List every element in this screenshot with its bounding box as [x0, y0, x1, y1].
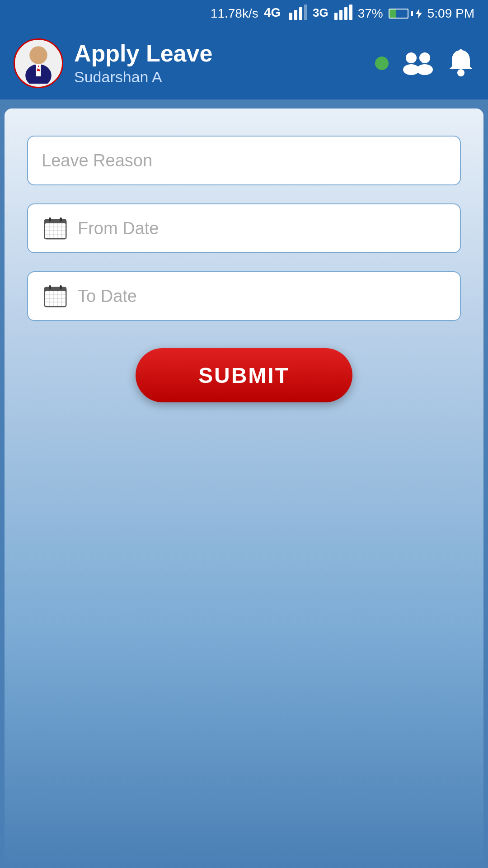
time-display: 5:09 PM: [427, 6, 474, 21]
app-header: Apply Leave Sudarshan A: [0, 27, 488, 99]
from-date-calendar-icon: [42, 215, 69, 242]
to-date-input[interactable]: [78, 287, 446, 306]
svg-rect-31: [44, 219, 66, 223]
svg-rect-45: [60, 285, 62, 289]
header-actions: [375, 48, 474, 78]
status-bar: 11.78k/s 4G 3G 37%: [0, 0, 488, 27]
svg-rect-7: [339, 10, 343, 20]
online-status-dot: [375, 57, 389, 70]
svg-point-11: [29, 46, 47, 64]
to-date-field[interactable]: [27, 271, 461, 321]
svg-rect-33: [60, 217, 62, 222]
to-date-calendar-icon: [42, 283, 69, 310]
avatar: [14, 38, 63, 88]
main-content: SUBMIT: [5, 108, 483, 868]
svg-text:3G: 3G: [313, 6, 328, 19]
notification-button[interactable]: [447, 48, 474, 78]
signal-bars-2: [334, 5, 352, 23]
svg-rect-8: [344, 7, 347, 20]
svg-point-19: [417, 64, 433, 75]
from-date-input[interactable]: [78, 219, 446, 238]
network-speed: 11.78k/s: [211, 6, 258, 21]
from-date-field[interactable]: [27, 203, 461, 253]
battery-icon: [389, 9, 422, 19]
svg-rect-9: [349, 5, 352, 20]
svg-text:4G: 4G: [264, 5, 281, 19]
svg-rect-20: [459, 49, 463, 52]
svg-rect-3: [299, 7, 302, 20]
svg-point-21: [457, 69, 465, 76]
submit-label: SUBMIT: [198, 363, 290, 388]
svg-rect-6: [334, 13, 338, 20]
group-switch-button[interactable]: [402, 50, 434, 77]
header-title-group: Apply Leave Sudarshan A: [74, 41, 364, 86]
svg-point-16: [406, 52, 417, 63]
network-type: 4G: [264, 4, 284, 24]
leave-reason-field[interactable]: [27, 136, 461, 185]
network-3g: 3G: [313, 4, 329, 24]
battery-percent: 37%: [358, 6, 383, 21]
submit-button[interactable]: SUBMIT: [136, 348, 352, 402]
leave-form: [27, 136, 461, 321]
svg-rect-43: [44, 287, 66, 291]
svg-rect-32: [49, 217, 51, 222]
svg-rect-44: [49, 285, 51, 289]
svg-marker-10: [416, 9, 422, 19]
page-title: Apply Leave: [74, 41, 364, 66]
signal-bars: [289, 5, 307, 23]
leave-reason-input[interactable]: [42, 151, 446, 170]
svg-rect-4: [304, 5, 307, 20]
user-name: Sudarshan A: [74, 68, 364, 86]
svg-rect-1: [289, 13, 292, 20]
svg-rect-2: [294, 10, 297, 20]
